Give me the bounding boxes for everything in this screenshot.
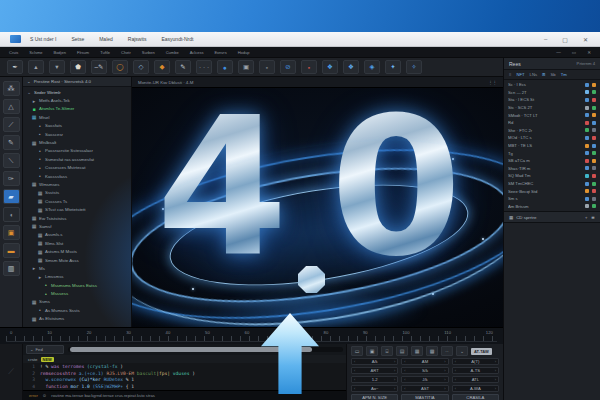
code-tab[interactable]: ⌄ Fed: [26, 345, 64, 354]
stepper-left-icon[interactable]: ‹: [354, 368, 355, 373]
transform-tool-icon[interactable]: ⌄: [456, 346, 468, 356]
property-row[interactable]: Seee·Becqt Std: [504, 187, 600, 195]
tree-row[interactable]: ▸ Ms: [23, 264, 131, 272]
tree-row[interactable]: ▦ Csssses Ts: [23, 197, 131, 205]
workspace-tab[interactable]: Aclcess: [190, 50, 204, 55]
toolbar-icon[interactable]: ⊘: [280, 60, 296, 74]
stepper-right-icon[interactable]: ›: [444, 386, 445, 391]
tree-row[interactable]: ▦ Smsm Mste Asss: [23, 256, 131, 264]
toolbar-icon[interactable]: ▪: [301, 60, 317, 74]
horizontal-scrollbar[interactable]: [68, 347, 343, 352]
property-icon-b[interactable]: [592, 189, 596, 193]
number-field[interactable]: ‹ ATL ›: [452, 376, 499, 383]
tree-row[interactable]: ▦ STsst cas Mtetetstett: [23, 205, 131, 213]
property-icon-a[interactable]: [585, 182, 589, 186]
property-row[interactable]: SB aTCa m: [504, 157, 600, 165]
add-icon[interactable]: ＋: [584, 215, 588, 220]
number-field[interactable]: ‹ AM ›: [401, 358, 448, 365]
tree-row[interactable]: • Csssesces Mstrtecat: [23, 164, 131, 172]
toolbar-icon[interactable]: ▣: [238, 60, 254, 74]
toolbar-icon[interactable]: · · ·: [196, 60, 212, 74]
tree-row[interactable]: ▦ Ssms: [23, 298, 131, 306]
properties-tab[interactable]: ⊞: [542, 72, 546, 77]
app-icon[interactable]: [10, 35, 21, 43]
toolbar-icon[interactable]: ✦: [385, 60, 401, 74]
tree-row[interactable]: ▦ Mtsel: [23, 113, 131, 121]
tool-button[interactable]: ◖: [3, 207, 20, 222]
tool-button[interactable]: △: [3, 99, 20, 114]
toolbar-icon[interactable]: ●: [217, 60, 233, 74]
viewport-canvas[interactable]: 4 0: [132, 88, 503, 327]
property-icon-b[interactable]: [592, 204, 596, 208]
property-icon-b[interactable]: [592, 159, 596, 163]
number-field[interactable]: ‹ 1-2 ›: [351, 376, 398, 383]
property-icon-b[interactable]: [592, 174, 596, 178]
toolbar-icon[interactable]: ◈: [364, 60, 380, 74]
window-control-icon[interactable]: ▭: [572, 50, 576, 55]
number-field[interactable]: ‹ AST ›: [401, 385, 448, 392]
tool-button[interactable]: ⁂: [3, 81, 20, 96]
tool-button[interactable]: ✑: [3, 171, 20, 186]
tree-row[interactable]: • Kassssfass: [23, 172, 131, 180]
toolbar-icon[interactable]: ▴: [28, 60, 44, 74]
tree-row[interactable]: • Msssess: [23, 289, 131, 297]
stepper-right-icon[interactable]: ›: [394, 377, 395, 382]
property-icon-a[interactable]: [585, 174, 589, 178]
property-icon-b[interactable]: [592, 182, 596, 186]
stepper-right-icon[interactable]: ›: [444, 359, 445, 364]
toolbar-icon[interactable]: ◯: [112, 60, 128, 74]
stepper-right-icon[interactable]: ›: [495, 359, 496, 364]
code-header-label[interactable]: crste: [28, 357, 38, 362]
property-icon-a[interactable]: [585, 83, 589, 87]
chevron-down-icon[interactable]: ⌄: [27, 79, 31, 84]
workspace-tab[interactable]: Surben: [142, 50, 155, 55]
property-row[interactable]: Tg: [504, 149, 600, 157]
number-field[interactable]: ‹ ART ›: [351, 367, 398, 374]
stepper-left-icon[interactable]: ‹: [455, 359, 456, 364]
properties-tab[interactable]: LNs: [530, 72, 537, 77]
transform-tool-icon[interactable]: ··: [441, 346, 453, 356]
stepper-right-icon[interactable]: ›: [495, 386, 496, 391]
stepper-left-icon[interactable]: ‹: [404, 386, 405, 391]
workspace-tab[interactable]: Sclsme: [29, 50, 42, 55]
stepper-right-icon[interactable]: ›: [444, 377, 445, 382]
stepper-left-icon[interactable]: ‹: [404, 368, 405, 373]
property-icon-b[interactable]: [592, 113, 596, 117]
menu-item[interactable]: Easyundt-Nrdt: [161, 36, 193, 42]
workspace-tab[interactable]: Cumbe: [166, 50, 179, 55]
transform-tool-icon[interactable]: ▣: [366, 346, 378, 356]
tree-row[interactable]: ⌄ Seder Wetmlr: [23, 88, 131, 96]
tree-row[interactable]: • Mssmsms Msses Eatss: [23, 281, 131, 289]
tree-row[interactable]: • Ssmesfat ras asssmesfat: [23, 155, 131, 163]
workspace-tab[interactable]: Bodjen: [53, 50, 65, 55]
tree-row[interactable]: • As Msmses Sssts: [23, 306, 131, 314]
toolbar-icon[interactable]: ◇: [133, 60, 149, 74]
property-icon-a[interactable]: [585, 144, 589, 148]
tree-row[interactable]: ▦ Samsf: [23, 222, 131, 230]
menu-item[interactable]: Maled: [99, 36, 113, 42]
property-icon-a[interactable]: [585, 189, 589, 193]
transform-tool-icon[interactable]: ⌸: [381, 346, 393, 356]
tool-button[interactable]: ▰: [3, 189, 20, 204]
stepper-right-icon[interactable]: ›: [495, 368, 496, 373]
property-icon-a[interactable]: [585, 121, 589, 125]
property-icon-a[interactable]: [585, 90, 589, 94]
properties-tab[interactable]: NFT: [516, 72, 524, 77]
stepper-left-icon[interactable]: ‹: [354, 377, 355, 382]
transform-tool-icon[interactable]: ▭: [351, 346, 363, 356]
number-field[interactable]: ‹ A-TS ›: [452, 367, 499, 374]
stepper-left-icon[interactable]: ‹: [455, 377, 456, 382]
menu-item[interactable]: Setse: [71, 36, 84, 42]
property-icon-a[interactable]: [585, 128, 589, 132]
stepper-right-icon[interactable]: ›: [444, 368, 445, 373]
properties-tab[interactable]: ≡: [509, 72, 511, 77]
property-row[interactable]: Shas·TIR m: [504, 165, 600, 173]
menu-item[interactable]: Rajswits: [128, 36, 147, 42]
property-row[interactable]: Sm s: [504, 195, 600, 203]
property-icon-a[interactable]: [585, 166, 589, 170]
property-row[interactable]: MBT · TE LS: [504, 142, 600, 150]
property-icon-a[interactable]: [585, 159, 589, 163]
workspace-tab[interactable]: Hodup: [238, 50, 250, 55]
transform-tool-icon[interactable]: ▦: [411, 346, 423, 356]
tree-row[interactable]: ▸ Metfs Asels-Tek: [23, 96, 131, 104]
